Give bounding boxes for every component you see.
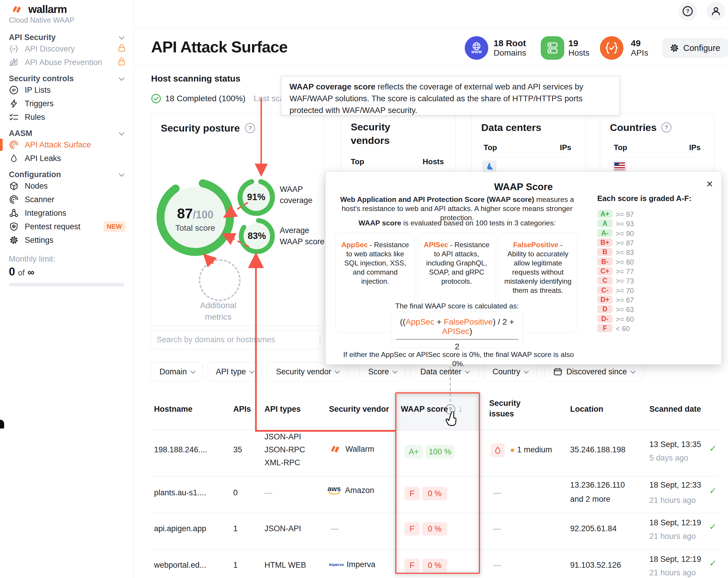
sidebar-section-configuration[interactable]: Configuration: [9, 170, 126, 179]
sidebar-item-label: Pentest request: [25, 222, 98, 231]
grade-value: >= 77: [616, 268, 634, 276]
close-icon[interactable]: ×: [706, 178, 713, 190]
sidebar-item-label: API Discovery: [25, 45, 112, 54]
last-scan-text[interactable]: Last sca: [254, 94, 284, 103]
grade-badge: C-: [597, 286, 613, 294]
sidebar-item-api-discovery[interactable]: API Discovery: [9, 42, 126, 56]
grade-value: >= 93: [616, 220, 634, 228]
sidebar-item-ip-lists[interactable]: IP IP Lists: [9, 83, 126, 97]
label-line: coverage: [280, 195, 312, 206]
braces-icon: [9, 44, 19, 54]
sidebar-item-label: API Leaks: [25, 154, 126, 163]
sidebar-item-scanner[interactable]: Scanner: [9, 193, 126, 206]
col-hostname[interactable]: Hostname: [154, 404, 192, 414]
sidebar-item-pentest-request[interactable]: Pentest request NEW: [9, 220, 126, 233]
col-security-vendor[interactable]: Security vendor: [329, 404, 389, 414]
section-label: API Security: [9, 33, 56, 42]
help-button[interactable]: ?: [678, 2, 697, 21]
waap-score-modal: WAAP Score × Web Application and API Pro…: [326, 171, 722, 365]
chevron-down-icon: [335, 368, 340, 374]
section-label: Security controls: [9, 74, 74, 83]
cell-issues: —: [493, 560, 501, 570]
grade-value: >= 70: [616, 287, 634, 295]
row-divider: [151, 476, 719, 477]
col-apis[interactable]: APIs: [233, 404, 251, 414]
cell-hostname[interactable]: api.apigen.app: [154, 523, 206, 534]
sidebar-item-settings[interactable]: Settings: [9, 233, 126, 247]
grade-badge: B-: [597, 257, 613, 266]
filter-domain[interactable]: Domain: [151, 362, 203, 381]
cell-date: 18 Sept, 12:19: [649, 517, 701, 528]
additional-metrics-circle[interactable]: [199, 259, 241, 301]
chevron-down-icon: [190, 368, 195, 374]
sidebar-item-api-attack-surface[interactable]: API Attack Surface: [9, 138, 126, 152]
brand-logo[interactable]: wallarm: [9, 3, 126, 15]
cell-date: 18 Sept, 12:33: [649, 480, 701, 490]
wallarm-vendor-icon: [329, 444, 341, 454]
configure-button[interactable]: Configure: [662, 38, 728, 58]
search-menu-icon[interactable]: ⋮: [316, 334, 324, 345]
user-menu-button[interactable]: [706, 2, 725, 21]
cell-hostname[interactable]: 198.188.246....: [154, 444, 207, 455]
help-icon[interactable]: ?: [661, 122, 672, 132]
sidebar-section-api-security[interactable]: API Security: [9, 33, 126, 42]
configure-label: Configure: [683, 43, 720, 53]
checklist-icon: [9, 112, 19, 122]
col-scanned-date[interactable]: Scanned date: [649, 404, 701, 414]
sidebar-item-label: IP Lists: [25, 86, 126, 95]
svg-text:?: ?: [686, 8, 690, 14]
grade-value: >= 60: [616, 315, 634, 324]
chevron-down-icon: [465, 368, 470, 374]
scan-status-title: Host scanning status: [151, 74, 240, 84]
aws-vendor-icon: aws: [328, 486, 341, 495]
sidebar-item-api-leaks[interactable]: API Leaks: [9, 152, 126, 165]
filter-api-type[interactable]: API type: [208, 362, 262, 381]
col-security-issues[interactable]: Security issues: [489, 398, 521, 419]
cell-location: and 2 more: [570, 494, 610, 504]
col-waap-score[interactable]: WAAP score: [401, 404, 448, 414]
help-icon[interactable]: ?: [245, 123, 255, 133]
sidebar-item-api-abuse-prevention[interactable]: API Abuse Prevention: [9, 56, 126, 69]
globe-icon: WWW: [465, 36, 488, 60]
sidebar-item-nodes[interactable]: Nodes: [9, 179, 126, 193]
stat-label: Domains: [494, 48, 526, 58]
monthly-limit-value: 0 of ∞: [9, 266, 126, 278]
vendors-title: Security vendors: [351, 120, 416, 147]
col-line: Security: [489, 398, 521, 409]
grades-title: Each score is graded A-F:: [597, 194, 692, 203]
sidebar-section-aasm[interactable]: AASM: [9, 129, 126, 138]
centers-title: Data centers: [481, 121, 541, 134]
sidebar-section-security-controls[interactable]: Security controls: [9, 74, 126, 83]
hand-cursor: [445, 411, 461, 428]
additional-metrics-label: Additional metrics: [189, 300, 248, 323]
modal-note: If either the AppSec or APISec score is …: [338, 350, 579, 368]
scanner-icon: [9, 195, 19, 204]
section-label: AASM: [9, 129, 32, 138]
col-location[interactable]: Location: [570, 404, 603, 414]
cell-vendor: Imperva Imperva: [329, 559, 375, 570]
cell-hostname[interactable]: webportal.ed...: [154, 560, 206, 570]
col-api-types[interactable]: API types: [264, 404, 301, 414]
sidebar-item-label: Scanner: [25, 195, 126, 204]
cell-api-type: XML-RPC: [264, 457, 301, 468]
term: APISec: [424, 241, 448, 249]
cell-ago: 21 hours ago: [649, 531, 696, 542]
sidebar-item-integrations[interactable]: Integrations: [9, 206, 126, 220]
vendor-name: Wallarm: [345, 444, 374, 455]
issue-droplet-icon: [491, 443, 505, 457]
p2-bold: WAAP score: [358, 219, 401, 227]
sidebar-item-triggers[interactable]: Triggers: [9, 97, 126, 110]
grade-value: >= 90: [616, 229, 634, 238]
col-hosts: Hosts: [423, 157, 444, 166]
svg-text:WWW: WWW: [471, 50, 482, 54]
topbar-divider: [134, 28, 728, 29]
imperva-vendor-icon: Imperva: [329, 562, 342, 567]
cell-hostname[interactable]: plants.au-s1....: [154, 487, 206, 498]
sidebar-item-label: Rules: [25, 113, 126, 122]
cell-api-type: HTML WEB: [264, 560, 306, 570]
filter-security-vendor[interactable]: Security vendor: [267, 362, 348, 381]
sidebar-item-rules[interactable]: Rules: [9, 110, 126, 124]
search-input[interactable]: [151, 330, 324, 349]
gear-icon: [9, 235, 19, 245]
grade-badge: B: [597, 248, 613, 256]
